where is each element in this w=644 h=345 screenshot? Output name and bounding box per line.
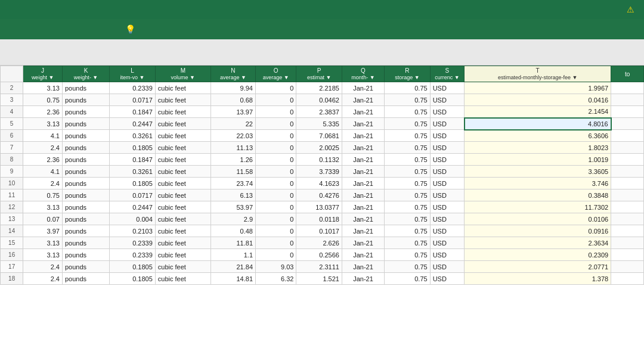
weight-unit[interactable]: pounds xyxy=(62,166,109,178)
average-n-val[interactable]: 22 xyxy=(210,118,255,130)
item-volume-val[interactable]: 0.2339 xyxy=(110,249,156,261)
estimated-val[interactable]: 2.2185 xyxy=(296,82,342,94)
row-num-cell[interactable]: 17 xyxy=(1,261,23,273)
currency-val[interactable]: USD xyxy=(430,237,464,249)
monthly-fee-val[interactable]: 0.3848 xyxy=(465,189,611,201)
average-n-val[interactable]: 9.94 xyxy=(210,82,255,94)
monthly-fee-val[interactable]: 4.8016 xyxy=(465,118,611,130)
menu-pdf-suite[interactable] xyxy=(76,27,88,32)
table-row[interactable]: 72.4pounds0.1805cubic feet11.1302.0025Ja… xyxy=(1,142,644,154)
average-n-val[interactable]: 1.1 xyxy=(210,249,255,261)
extra-col[interactable] xyxy=(611,154,644,166)
item-volume-val[interactable]: 0.1805 xyxy=(110,178,156,189)
average-n-val[interactable]: 0.68 xyxy=(210,94,255,106)
table-row[interactable]: 42.36pounds0.1847cubic feet13.9702.3837J… xyxy=(1,106,644,118)
month-val[interactable]: Jan-21 xyxy=(342,201,384,213)
extra-col[interactable] xyxy=(611,201,644,213)
extra-col[interactable] xyxy=(611,82,644,94)
currency-val[interactable]: USD xyxy=(430,213,464,225)
row-num-cell[interactable]: 13 xyxy=(1,213,23,225)
average-o-val[interactable]: 0 xyxy=(256,118,296,130)
month-val[interactable]: Jan-21 xyxy=(342,261,384,273)
monthly-fee-val[interactable]: 0.2309 xyxy=(465,249,611,261)
weight-unit[interactable]: pounds xyxy=(62,106,109,118)
average-n-val[interactable]: 13.97 xyxy=(210,106,255,118)
col-r-header[interactable]: Rstorage ▼ xyxy=(385,66,431,82)
item-volume-val[interactable]: 0.1805 xyxy=(110,273,156,285)
estimated-val[interactable]: 3.7339 xyxy=(296,166,342,178)
extra-col[interactable] xyxy=(611,178,644,189)
row-num-cell[interactable]: 8 xyxy=(1,154,23,166)
storage-rate-val[interactable]: 0.75 xyxy=(385,166,431,178)
volume-unit[interactable]: cubic feet xyxy=(155,225,210,237)
weight-val[interactable]: 3.13 xyxy=(23,118,63,130)
extra-col[interactable] xyxy=(611,166,644,178)
menu-flowchart[interactable] xyxy=(62,27,74,32)
table-row[interactable]: 64.1pounds0.3261cubic feet22.0307.0681Ja… xyxy=(1,130,644,142)
month-val[interactable]: Jan-21 xyxy=(342,189,384,201)
volume-unit[interactable]: cubic feet xyxy=(155,189,210,201)
item-volume-val[interactable]: 0.1847 xyxy=(110,106,156,118)
storage-rate-val[interactable]: 0.75 xyxy=(385,201,431,213)
storage-rate-val[interactable]: 0.75 xyxy=(385,213,431,225)
weight-unit[interactable]: pounds xyxy=(62,225,109,237)
storage-rate-val[interactable]: 0.75 xyxy=(385,225,431,237)
volume-unit[interactable]: cubic feet xyxy=(155,201,210,213)
weight-unit[interactable]: pounds xyxy=(62,82,109,94)
storage-rate-val[interactable]: 0.75 xyxy=(385,189,431,201)
monthly-fee-val[interactable]: 1.378 xyxy=(465,273,611,285)
weight-val[interactable]: 3.13 xyxy=(23,237,63,249)
average-o-val[interactable]: 0 xyxy=(256,189,296,201)
average-o-val[interactable]: 0 xyxy=(256,130,296,142)
volume-unit[interactable]: cubic feet xyxy=(155,261,210,273)
storage-rate-val[interactable]: 0.75 xyxy=(385,142,431,154)
extra-col[interactable] xyxy=(611,273,644,285)
extra-col[interactable] xyxy=(611,261,644,273)
weight-val[interactable]: 4.1 xyxy=(23,130,63,142)
item-volume-val[interactable]: 0.2447 xyxy=(110,201,156,213)
weight-val[interactable]: 3.13 xyxy=(23,82,63,94)
weight-val[interactable]: 2.4 xyxy=(23,261,63,273)
currency-val[interactable]: USD xyxy=(430,154,464,166)
row-num-cell[interactable]: 16 xyxy=(1,249,23,261)
table-row[interactable]: 102.4pounds0.1805cubic feet23.7404.1623J… xyxy=(1,178,644,189)
row-num-cell[interactable]: 2 xyxy=(1,82,23,94)
row-num-cell[interactable]: 11 xyxy=(1,189,23,201)
estimated-val[interactable]: 0.1132 xyxy=(296,154,342,166)
col-l-header[interactable]: Litem-vo ▼ xyxy=(110,66,156,82)
month-val[interactable]: Jan-21 xyxy=(342,142,384,154)
row-num-cell[interactable]: 18 xyxy=(1,273,23,285)
table-row[interactable]: 153.13pounds0.2339cubic feet11.8102.626J… xyxy=(1,237,644,249)
menu-help[interactable] xyxy=(19,27,31,32)
monthly-fee-val[interactable]: 0.0416 xyxy=(465,94,611,106)
table-row[interactable]: 182.4pounds0.1805cubic feet14.816.321.52… xyxy=(1,273,644,285)
average-o-val[interactable]: 0 xyxy=(256,213,296,225)
storage-rate-val[interactable]: 0.75 xyxy=(385,261,431,273)
weight-val[interactable]: 0.75 xyxy=(23,189,63,201)
table-row[interactable]: 123.13pounds0.2447cubic feet53.97013.037… xyxy=(1,201,644,213)
weight-unit[interactable]: pounds xyxy=(62,249,109,261)
average-n-val[interactable]: 53.97 xyxy=(210,201,255,213)
volume-unit[interactable]: cubic feet xyxy=(155,130,210,142)
item-volume-val[interactable]: 0.0717 xyxy=(110,94,156,106)
currency-val[interactable]: USD xyxy=(430,142,464,154)
month-val[interactable]: Jan-21 xyxy=(342,118,384,130)
month-val[interactable]: Jan-21 xyxy=(342,94,384,106)
month-val[interactable]: Jan-21 xyxy=(342,213,384,225)
weight-unit[interactable]: pounds xyxy=(62,237,109,249)
month-val[interactable]: Jan-21 xyxy=(342,178,384,189)
row-num-cell[interactable]: 12 xyxy=(1,201,23,213)
menu-baidu-disk[interactable] xyxy=(105,27,117,32)
col-t-header[interactable]: Testimated-monthly-storage-fee ▼ xyxy=(465,66,611,82)
table-row[interactable]: 143.97pounds0.2103cubic feet0.4800.1017J… xyxy=(1,225,644,237)
estimated-val[interactable]: 2.0025 xyxy=(296,142,342,154)
weight-unit[interactable]: pounds xyxy=(62,130,109,142)
item-volume-val[interactable]: 0.2103 xyxy=(110,225,156,237)
monthly-fee-val[interactable]: 2.0771 xyxy=(465,261,611,273)
average-o-val[interactable]: 0 xyxy=(256,94,296,106)
table-row[interactable]: 23.13pounds0.2339cubic feet9.9402.2185Ja… xyxy=(1,82,644,94)
monthly-fee-val[interactable]: 6.3606 xyxy=(465,130,611,142)
currency-val[interactable]: USD xyxy=(430,189,464,201)
month-val[interactable]: Jan-21 xyxy=(342,237,384,249)
monthly-fee-val[interactable]: 3.3605 xyxy=(465,166,611,178)
